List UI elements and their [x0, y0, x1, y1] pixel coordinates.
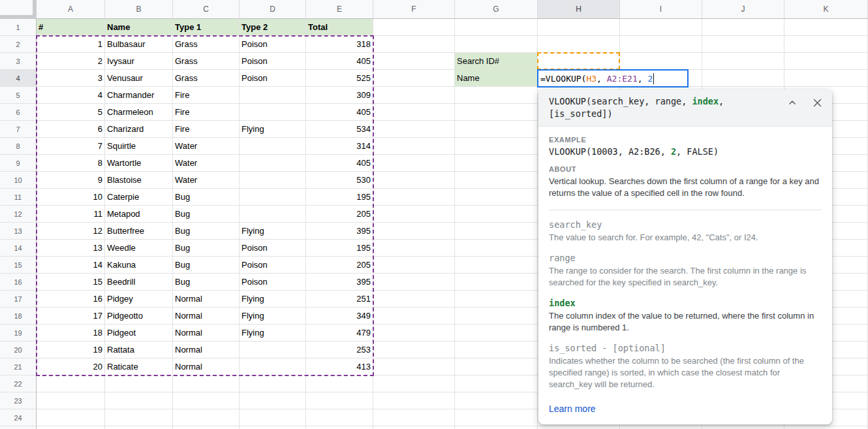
cell-E22[interactable]: [306, 375, 373, 392]
cell-C1[interactable]: Type 1: [173, 19, 240, 36]
cell-F24[interactable]: [373, 409, 455, 426]
cell-B4[interactable]: Venusaur: [105, 70, 173, 87]
cell-E8[interactable]: 314: [306, 138, 373, 155]
row-header-13[interactable]: 13: [0, 223, 37, 240]
cell-D12[interactable]: [240, 206, 306, 223]
cell-G11[interactable]: [455, 189, 538, 206]
cell-D10[interactable]: [240, 172, 306, 189]
cell-G8[interactable]: [455, 138, 538, 155]
cell-F11[interactable]: [373, 189, 455, 206]
cell-K4[interactable]: [784, 70, 868, 87]
cell-E2[interactable]: 318: [306, 36, 373, 53]
cell-C3[interactable]: Grass: [173, 53, 240, 70]
cell-I3[interactable]: [620, 53, 702, 70]
cell-F3[interactable]: [373, 53, 455, 70]
cell-G6[interactable]: [455, 104, 538, 121]
col-header-F[interactable]: F: [373, 0, 455, 19]
cell-F14[interactable]: [373, 240, 455, 257]
cell-F9[interactable]: [373, 155, 455, 172]
cell-E13[interactable]: 395: [306, 223, 373, 240]
row-header-8[interactable]: 8: [0, 138, 37, 155]
cell-G18[interactable]: [455, 308, 538, 325]
cell-I25[interactable]: [620, 426, 702, 429]
col-header-K[interactable]: K: [784, 0, 868, 19]
cell-E14[interactable]: 195: [306, 240, 373, 257]
cell-B3[interactable]: Ivysaur: [105, 53, 173, 70]
cell-D5[interactable]: [240, 87, 306, 104]
cell-A14[interactable]: 13: [37, 240, 105, 257]
row-header-15[interactable]: 15: [0, 257, 37, 274]
col-header-E[interactable]: E: [306, 0, 373, 19]
cell-H1[interactable]: [538, 19, 620, 36]
cell-F18[interactable]: [373, 308, 455, 325]
cell-B5[interactable]: Charmander: [105, 87, 173, 104]
cell-F19[interactable]: [373, 325, 455, 342]
cell-F15[interactable]: [373, 257, 455, 274]
row-header-2[interactable]: 2: [0, 36, 37, 53]
cell-B9[interactable]: Wartortle: [105, 155, 173, 172]
cell-D25[interactable]: [240, 426, 306, 429]
cell-G4[interactable]: Name: [455, 70, 538, 87]
cell-D2[interactable]: Poison: [240, 36, 306, 53]
cell-G14[interactable]: [455, 240, 538, 257]
cell-E5[interactable]: 309: [306, 87, 373, 104]
cell-E19[interactable]: 479: [306, 325, 373, 342]
cell-F1[interactable]: [373, 19, 455, 36]
cell-D23[interactable]: [240, 392, 306, 409]
cell-F4[interactable]: [373, 70, 455, 87]
cell-A1[interactable]: #: [37, 19, 105, 36]
cell-D24[interactable]: [240, 409, 306, 426]
cell-C8[interactable]: Water: [173, 138, 240, 155]
cell-G7[interactable]: [455, 121, 538, 138]
row-header-16[interactable]: 16: [0, 274, 37, 291]
cell-A17[interactable]: 16: [37, 291, 105, 308]
cell-C9[interactable]: Water: [173, 155, 240, 172]
cell-F10[interactable]: [373, 172, 455, 189]
cell-B2[interactable]: Bulbasaur: [105, 36, 173, 53]
cell-B25[interactable]: [105, 426, 173, 429]
cell-E11[interactable]: 195: [306, 189, 373, 206]
cell-G2[interactable]: [455, 36, 538, 53]
cell-D1[interactable]: Type 2: [240, 19, 306, 36]
col-header-B[interactable]: B: [105, 0, 173, 19]
cell-A9[interactable]: 8: [37, 155, 105, 172]
cell-D16[interactable]: Poison: [240, 274, 306, 291]
cell-E23[interactable]: [306, 392, 373, 409]
cell-D7[interactable]: Flying: [240, 121, 306, 138]
col-header-J[interactable]: J: [702, 0, 784, 19]
cell-C25[interactable]: [173, 426, 240, 429]
cell-B13[interactable]: Butterfree: [105, 223, 173, 240]
cell-G15[interactable]: [455, 257, 538, 274]
cell-F7[interactable]: [373, 121, 455, 138]
cell-A6[interactable]: 5: [37, 104, 105, 121]
cell-A19[interactable]: 18: [37, 325, 105, 342]
cell-E7[interactable]: 534: [306, 121, 373, 138]
cell-H25[interactable]: [538, 426, 620, 429]
cell-B20[interactable]: Rattata: [105, 342, 173, 358]
cell-J2[interactable]: [702, 36, 784, 53]
cell-A16[interactable]: 15: [37, 274, 105, 291]
cell-E6[interactable]: 405: [306, 104, 373, 121]
cell-F16[interactable]: [373, 274, 455, 291]
cell-C14[interactable]: Bug: [173, 240, 240, 257]
cell-G22[interactable]: [455, 375, 538, 392]
cell-E20[interactable]: 253: [306, 342, 373, 358]
cell-D13[interactable]: Flying: [240, 223, 306, 240]
cell-A21[interactable]: 20: [37, 358, 105, 375]
cell-D3[interactable]: Poison: [240, 53, 306, 70]
cell-C13[interactable]: Bug: [173, 223, 240, 240]
cell-B22[interactable]: [105, 375, 173, 392]
row-header-12[interactable]: 12: [0, 206, 37, 223]
row-header-1[interactable]: 1: [0, 19, 37, 36]
cell-A22[interactable]: [37, 375, 105, 392]
cell-K2[interactable]: [784, 36, 868, 53]
cell-F20[interactable]: [373, 342, 455, 358]
row-header-9[interactable]: 9: [0, 155, 37, 172]
cell-C11[interactable]: Bug: [173, 189, 240, 206]
cell-A12[interactable]: 11: [37, 206, 105, 223]
cell-G20[interactable]: [455, 342, 538, 358]
cell-formula-editor[interactable]: =VLOOKUP(H3, A2:E21, 2: [537, 69, 689, 87]
cell-F8[interactable]: [373, 138, 455, 155]
row-header-17[interactable]: 17: [0, 291, 37, 308]
cell-C22[interactable]: [173, 375, 240, 392]
